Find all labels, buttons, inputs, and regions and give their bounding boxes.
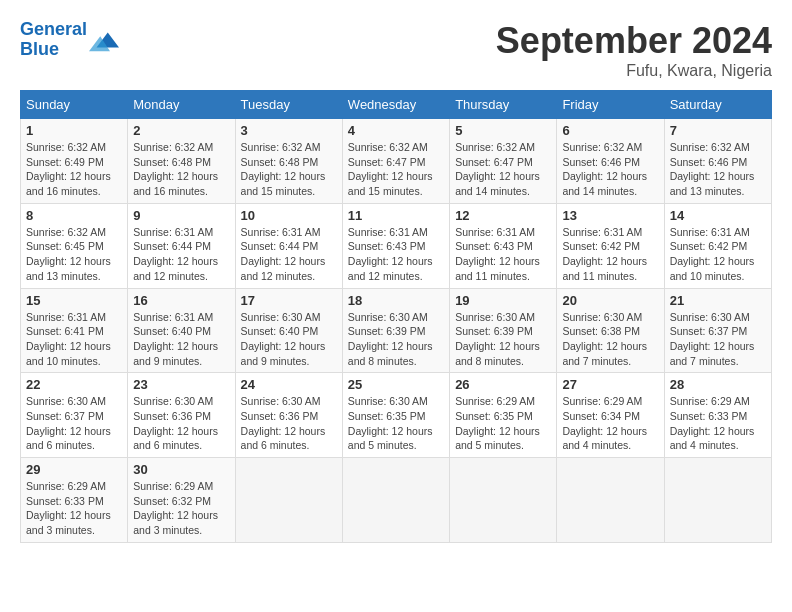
- calendar-cell: [450, 458, 557, 543]
- day-info: Sunrise: 6:31 AMSunset: 6:42 PMDaylight:…: [670, 225, 766, 284]
- day-number: 11: [348, 208, 444, 223]
- day-info: Sunrise: 6:29 AMSunset: 6:34 PMDaylight:…: [562, 394, 658, 453]
- day-number: 16: [133, 293, 229, 308]
- day-info: Sunrise: 6:31 AMSunset: 6:40 PMDaylight:…: [133, 310, 229, 369]
- day-number: 22: [26, 377, 122, 392]
- day-info: Sunrise: 6:31 AMSunset: 6:42 PMDaylight:…: [562, 225, 658, 284]
- calendar-body: 1Sunrise: 6:32 AMSunset: 6:49 PMDaylight…: [21, 119, 772, 543]
- day-info: Sunrise: 6:32 AMSunset: 6:49 PMDaylight:…: [26, 140, 122, 199]
- page-header: General Blue September 2024 Fufu, Kwara,…: [20, 20, 772, 80]
- day-number: 26: [455, 377, 551, 392]
- day-number: 14: [670, 208, 766, 223]
- day-info: Sunrise: 6:32 AMSunset: 6:45 PMDaylight:…: [26, 225, 122, 284]
- calendar-table: Sunday Monday Tuesday Wednesday Thursday…: [20, 90, 772, 543]
- calendar-cell: 5Sunrise: 6:32 AMSunset: 6:47 PMDaylight…: [450, 119, 557, 204]
- day-info: Sunrise: 6:32 AMSunset: 6:48 PMDaylight:…: [133, 140, 229, 199]
- calendar-cell: 28Sunrise: 6:29 AMSunset: 6:33 PMDayligh…: [664, 373, 771, 458]
- calendar-cell: 11Sunrise: 6:31 AMSunset: 6:43 PMDayligh…: [342, 203, 449, 288]
- calendar-cell: 8Sunrise: 6:32 AMSunset: 6:45 PMDaylight…: [21, 203, 128, 288]
- col-saturday: Saturday: [664, 91, 771, 119]
- day-info: Sunrise: 6:29 AMSunset: 6:32 PMDaylight:…: [133, 479, 229, 538]
- calendar-cell: 1Sunrise: 6:32 AMSunset: 6:49 PMDaylight…: [21, 119, 128, 204]
- day-number: 3: [241, 123, 337, 138]
- logo-icon: [89, 25, 119, 55]
- day-info: Sunrise: 6:30 AMSunset: 6:35 PMDaylight:…: [348, 394, 444, 453]
- calendar-cell: [342, 458, 449, 543]
- calendar-cell: 24Sunrise: 6:30 AMSunset: 6:36 PMDayligh…: [235, 373, 342, 458]
- logo-text: General Blue: [20, 20, 87, 60]
- day-number: 21: [670, 293, 766, 308]
- day-number: 18: [348, 293, 444, 308]
- calendar-cell: [664, 458, 771, 543]
- day-number: 7: [670, 123, 766, 138]
- day-number: 4: [348, 123, 444, 138]
- calendar-cell: 14Sunrise: 6:31 AMSunset: 6:42 PMDayligh…: [664, 203, 771, 288]
- day-number: 15: [26, 293, 122, 308]
- calendar-week-row: 1Sunrise: 6:32 AMSunset: 6:49 PMDaylight…: [21, 119, 772, 204]
- col-tuesday: Tuesday: [235, 91, 342, 119]
- col-friday: Friday: [557, 91, 664, 119]
- day-number: 8: [26, 208, 122, 223]
- day-number: 12: [455, 208, 551, 223]
- month-title: September 2024: [496, 20, 772, 62]
- day-info: Sunrise: 6:32 AMSunset: 6:46 PMDaylight:…: [670, 140, 766, 199]
- day-info: Sunrise: 6:32 AMSunset: 6:48 PMDaylight:…: [241, 140, 337, 199]
- day-info: Sunrise: 6:30 AMSunset: 6:39 PMDaylight:…: [348, 310, 444, 369]
- calendar-week-row: 15Sunrise: 6:31 AMSunset: 6:41 PMDayligh…: [21, 288, 772, 373]
- day-number: 9: [133, 208, 229, 223]
- calendar-cell: 15Sunrise: 6:31 AMSunset: 6:41 PMDayligh…: [21, 288, 128, 373]
- calendar-cell: [557, 458, 664, 543]
- day-number: 27: [562, 377, 658, 392]
- day-info: Sunrise: 6:32 AMSunset: 6:47 PMDaylight:…: [455, 140, 551, 199]
- day-number: 6: [562, 123, 658, 138]
- calendar-week-row: 8Sunrise: 6:32 AMSunset: 6:45 PMDaylight…: [21, 203, 772, 288]
- day-number: 10: [241, 208, 337, 223]
- day-number: 2: [133, 123, 229, 138]
- col-sunday: Sunday: [21, 91, 128, 119]
- day-number: 19: [455, 293, 551, 308]
- calendar-cell: 27Sunrise: 6:29 AMSunset: 6:34 PMDayligh…: [557, 373, 664, 458]
- day-info: Sunrise: 6:29 AMSunset: 6:35 PMDaylight:…: [455, 394, 551, 453]
- day-info: Sunrise: 6:30 AMSunset: 6:36 PMDaylight:…: [133, 394, 229, 453]
- day-info: Sunrise: 6:31 AMSunset: 6:44 PMDaylight:…: [133, 225, 229, 284]
- day-info: Sunrise: 6:31 AMSunset: 6:41 PMDaylight:…: [26, 310, 122, 369]
- location: Fufu, Kwara, Nigeria: [496, 62, 772, 80]
- calendar-cell: 17Sunrise: 6:30 AMSunset: 6:40 PMDayligh…: [235, 288, 342, 373]
- day-number: 25: [348, 377, 444, 392]
- calendar-cell: 23Sunrise: 6:30 AMSunset: 6:36 PMDayligh…: [128, 373, 235, 458]
- calendar-cell: 2Sunrise: 6:32 AMSunset: 6:48 PMDaylight…: [128, 119, 235, 204]
- day-info: Sunrise: 6:32 AMSunset: 6:47 PMDaylight:…: [348, 140, 444, 199]
- calendar-cell: 22Sunrise: 6:30 AMSunset: 6:37 PMDayligh…: [21, 373, 128, 458]
- day-info: Sunrise: 6:32 AMSunset: 6:46 PMDaylight:…: [562, 140, 658, 199]
- day-info: Sunrise: 6:29 AMSunset: 6:33 PMDaylight:…: [26, 479, 122, 538]
- calendar-header-row: Sunday Monday Tuesday Wednesday Thursday…: [21, 91, 772, 119]
- day-number: 23: [133, 377, 229, 392]
- day-number: 29: [26, 462, 122, 477]
- calendar-cell: 26Sunrise: 6:29 AMSunset: 6:35 PMDayligh…: [450, 373, 557, 458]
- calendar-cell: 6Sunrise: 6:32 AMSunset: 6:46 PMDaylight…: [557, 119, 664, 204]
- calendar-cell: 20Sunrise: 6:30 AMSunset: 6:38 PMDayligh…: [557, 288, 664, 373]
- calendar-cell: 21Sunrise: 6:30 AMSunset: 6:37 PMDayligh…: [664, 288, 771, 373]
- day-info: Sunrise: 6:30 AMSunset: 6:39 PMDaylight:…: [455, 310, 551, 369]
- col-thursday: Thursday: [450, 91, 557, 119]
- day-info: Sunrise: 6:30 AMSunset: 6:40 PMDaylight:…: [241, 310, 337, 369]
- calendar-cell: 19Sunrise: 6:30 AMSunset: 6:39 PMDayligh…: [450, 288, 557, 373]
- day-number: 20: [562, 293, 658, 308]
- title-section: September 2024 Fufu, Kwara, Nigeria: [496, 20, 772, 80]
- calendar-cell: [235, 458, 342, 543]
- day-number: 28: [670, 377, 766, 392]
- calendar-cell: 25Sunrise: 6:30 AMSunset: 6:35 PMDayligh…: [342, 373, 449, 458]
- day-number: 17: [241, 293, 337, 308]
- day-number: 5: [455, 123, 551, 138]
- calendar-cell: 30Sunrise: 6:29 AMSunset: 6:32 PMDayligh…: [128, 458, 235, 543]
- day-info: Sunrise: 6:31 AMSunset: 6:44 PMDaylight:…: [241, 225, 337, 284]
- day-number: 30: [133, 462, 229, 477]
- calendar-cell: 7Sunrise: 6:32 AMSunset: 6:46 PMDaylight…: [664, 119, 771, 204]
- day-info: Sunrise: 6:30 AMSunset: 6:37 PMDaylight:…: [670, 310, 766, 369]
- day-number: 24: [241, 377, 337, 392]
- calendar-cell: 3Sunrise: 6:32 AMSunset: 6:48 PMDaylight…: [235, 119, 342, 204]
- day-number: 1: [26, 123, 122, 138]
- calendar-cell: 16Sunrise: 6:31 AMSunset: 6:40 PMDayligh…: [128, 288, 235, 373]
- day-info: Sunrise: 6:30 AMSunset: 6:36 PMDaylight:…: [241, 394, 337, 453]
- calendar-cell: 18Sunrise: 6:30 AMSunset: 6:39 PMDayligh…: [342, 288, 449, 373]
